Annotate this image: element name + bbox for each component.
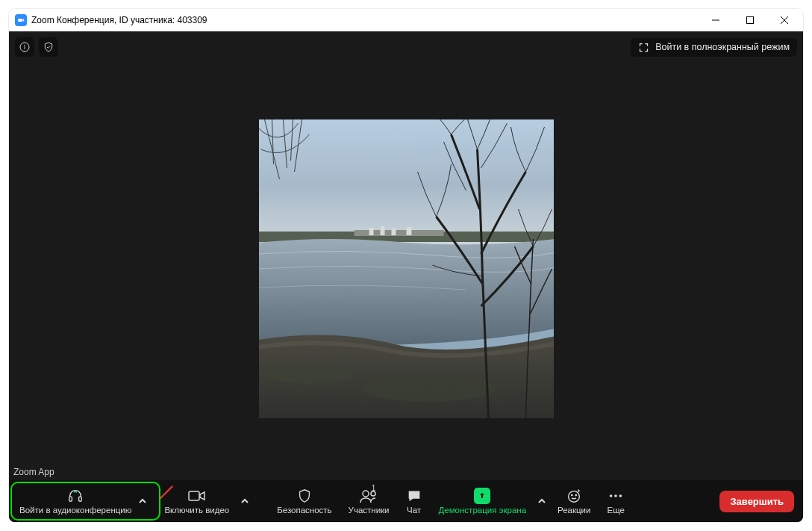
svg-point-15 [361,375,496,402]
window-title: Zoom Конференция, ID участника: 403309 [31,15,207,25]
start-video-button[interactable]: Включить видео [157,483,237,519]
video-options-chevron[interactable] [238,483,252,519]
zoom-window: Zoom Конференция, ID участника: 403309 [9,9,803,522]
video-area [9,58,803,479]
zoom-app-overlay-label: Zoom App [10,465,57,479]
headphones-icon [66,488,84,504]
security-button[interactable]: Безопасность [269,483,339,519]
chat-label: Чат [407,506,421,515]
svg-point-26 [575,494,576,495]
svg-rect-1 [747,17,754,24]
svg-rect-12 [391,229,396,235]
fullscreen-label: Войти в полноэкранный режим [655,42,790,52]
meeting-content: Войти в полноэкранный режим [9,31,803,522]
svg-point-6 [25,45,25,46]
participant-video[interactable] [259,119,554,418]
start-video-label: Включить видео [164,506,229,515]
svg-point-22 [363,491,369,497]
reactions-label: Реакции [558,506,590,515]
enter-fullscreen-button[interactable]: Войти в полноэкранный режим [631,38,797,57]
reactions-button[interactable]: Реакции [550,483,598,519]
meeting-topbar: Войти в полноэкранный режим [15,37,797,57]
svg-point-27 [610,494,613,497]
svg-point-29 [619,494,622,497]
audio-options-chevron[interactable] [136,483,149,519]
more-label: Еще [607,506,624,515]
svg-rect-13 [406,227,411,235]
svg-rect-9 [354,230,443,236]
share-screen-button[interactable]: Демонстрация экрана [431,483,534,519]
share-options-chevron[interactable] [535,483,549,519]
participants-button[interactable]: 1 Участники [341,483,397,519]
svg-point-24 [569,491,580,503]
minimize-button[interactable] [699,9,733,31]
svg-rect-11 [380,226,384,235]
fullscreen-icon [638,42,649,53]
titlebar: Zoom Конференция, ID участника: 403309 [9,9,803,31]
shield-icon [296,488,313,504]
end-meeting-button[interactable]: Завершить [719,491,794,512]
zoom-app-icon [15,14,27,26]
security-label: Безопасность [277,506,331,515]
share-screen-icon [474,488,490,504]
svg-line-21 [160,486,173,499]
svg-point-14 [264,363,354,384]
maximize-button[interactable] [733,9,767,31]
share-screen-label: Демонстрация экрана [439,506,527,515]
svg-rect-10 [369,228,373,235]
more-icon [608,488,624,504]
meeting-toolbar: Войти в аудиоконференцию Включить видео [9,480,803,522]
svg-rect-20 [189,491,199,500]
participants-label: Участники [349,506,390,515]
meeting-info-button[interactable] [15,37,34,57]
video-off-icon [187,488,207,504]
join-audio-label: Войти в аудиоконференцию [19,506,131,515]
end-label: Завершить [730,496,784,507]
reactions-icon [566,488,582,504]
join-audio-button[interactable]: Войти в аудиоконференцию [12,483,134,519]
chat-icon [406,488,422,504]
svg-rect-19 [79,497,82,501]
encryption-shield-button[interactable] [39,37,58,57]
svg-point-25 [572,494,572,495]
svg-point-28 [614,494,617,497]
chat-button[interactable]: Чат [399,483,430,519]
close-button[interactable] [767,9,802,31]
participants-count: 1 [372,484,376,492]
svg-rect-18 [69,497,72,501]
more-button[interactable]: Еще [599,483,631,519]
